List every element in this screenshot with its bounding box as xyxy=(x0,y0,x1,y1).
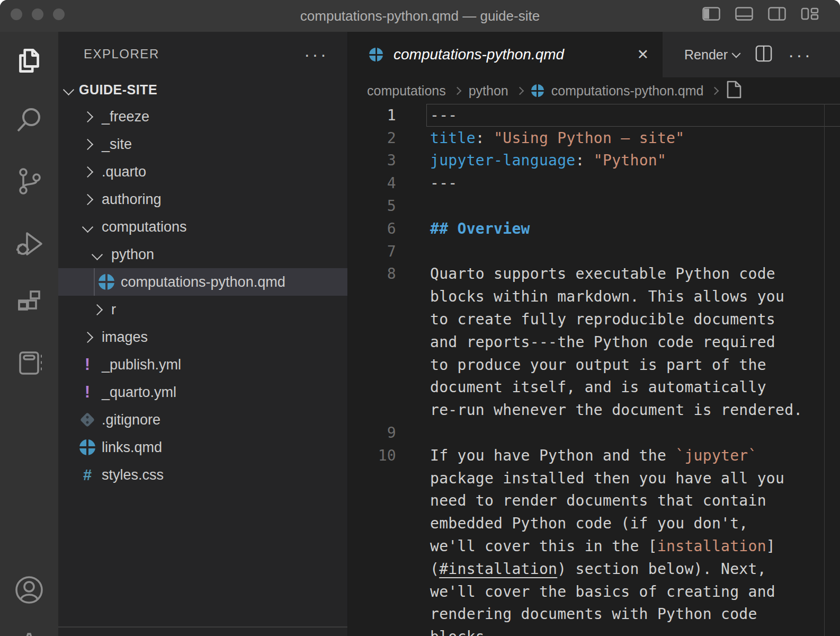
tree-root-guide-site[interactable]: GUIDE-SITE xyxy=(58,77,347,102)
line-number: 1 xyxy=(348,107,396,124)
chevron-down-icon xyxy=(82,221,93,232)
folder-chevron xyxy=(79,190,95,208)
code-line[interactable]: embedded Python code (if you don't, xyxy=(348,512,840,535)
chevron-down-icon xyxy=(732,49,741,58)
toggle-panel-icon[interactable] xyxy=(735,7,753,21)
code-line[interactable]: 5 xyxy=(348,195,840,217)
search-icon[interactable] xyxy=(0,106,58,135)
more-actions-icon[interactable]: ··· xyxy=(788,49,812,60)
source-control-icon[interactable] xyxy=(0,166,58,196)
code-line[interactable]: 1--- xyxy=(348,104,840,127)
code-line[interactable]: blocks. xyxy=(348,625,840,636)
folder-chevron xyxy=(79,108,95,126)
code-line[interactable]: 9 xyxy=(348,421,840,444)
extensions-icon[interactable] xyxy=(0,287,58,317)
line-number: 7 xyxy=(348,243,396,260)
tree-item-links-qmd[interactable]: links.qmd xyxy=(58,434,347,461)
code-line[interactable]: 4--- xyxy=(348,172,840,195)
code-line[interactable]: and reports---the Python code required xyxy=(348,331,840,354)
tree-item-label: r xyxy=(111,302,116,318)
sidebar-header: EXPLORER ··· xyxy=(84,42,332,66)
tree-item-images[interactable]: images xyxy=(58,323,347,351)
notebook-icon[interactable] xyxy=(0,348,58,378)
tree-item--site[interactable]: _site xyxy=(58,130,347,158)
code-text: jupyter-language: "Python" xyxy=(396,152,666,169)
tree-item-label: python xyxy=(111,246,154,263)
zoom-window-button[interactable] xyxy=(53,8,65,20)
code-line[interactable]: need to render documents that contain xyxy=(348,490,840,513)
tree-item-label: _freeze xyxy=(102,109,149,125)
breadcrumb-item-python[interactable]: python xyxy=(469,83,508,99)
vscode-window: computations-python.qmd — guide-site xyxy=(0,0,840,636)
tree-item-label: _site xyxy=(102,136,132,153)
code-text: --- xyxy=(396,174,457,192)
tree-item-r[interactable]: r xyxy=(58,296,347,323)
code-line[interactable]: 10If you have Python and the `jupyter` xyxy=(348,444,840,467)
outline-section: OUTLINE xyxy=(58,626,347,636)
code-line[interactable]: rendering documents with Python code xyxy=(348,603,840,626)
line-number: 10 xyxy=(348,447,396,464)
close-tab-icon[interactable]: ✕ xyxy=(637,48,649,62)
render-button[interactable]: Render xyxy=(684,47,739,63)
close-window-button[interactable] xyxy=(11,8,22,20)
explorer-icon[interactable] xyxy=(0,46,58,77)
code-text: re-run whenever the document is rendered… xyxy=(396,401,802,419)
line-number: 6 xyxy=(348,220,396,237)
tree-item-computations[interactable]: computations xyxy=(58,213,347,241)
breadcrumb-item-file[interactable]: computations-python.qmd xyxy=(551,83,704,99)
code-text: If you have Python and the `jupyter` xyxy=(396,447,757,464)
chevron-down-icon xyxy=(63,84,74,95)
code-line[interactable]: to create fully reproducible documents xyxy=(348,308,840,331)
tree-item--quarto[interactable]: .quarto xyxy=(58,158,347,186)
minimize-window-button[interactable] xyxy=(32,8,43,20)
code-line[interactable]: 8Quarto supports executable Python code xyxy=(348,263,840,286)
quarto-file-icon xyxy=(79,439,95,455)
tree-item--gitignore[interactable]: .gitignore xyxy=(58,406,347,434)
sidebar-more-actions-icon[interactable]: ··· xyxy=(304,49,328,59)
code-line[interactable]: re-run whenever the document is rendered… xyxy=(348,399,840,421)
tree-item--quarto-yml[interactable]: !_quarto.yml xyxy=(58,378,347,406)
code-line[interactable]: 2title: "Using Python — site" xyxy=(348,127,840,149)
split-editor-icon[interactable] xyxy=(755,45,772,64)
code-text: to create fully reproducible documents xyxy=(396,311,775,328)
activity-bar xyxy=(0,32,58,636)
chevron-down-icon xyxy=(91,249,102,260)
tree-item-authoring[interactable]: authoring xyxy=(58,186,347,213)
folder-chevron xyxy=(79,218,95,236)
tree-item-label: links.qmd xyxy=(102,439,162,456)
render-label: Render xyxy=(684,47,728,63)
tab-label: computations-python.qmd xyxy=(394,46,564,63)
code-line[interactable]: blocks within markdown. This allows you xyxy=(348,285,840,308)
code-line[interactable]: (#installation) section below). Next, xyxy=(348,558,840,580)
tab-computations-python[interactable]: computations-python.qmd ✕ xyxy=(348,32,663,77)
folder-chevron xyxy=(89,301,105,319)
code-editor[interactable]: 1---2title: "Using Python — site"3jupyte… xyxy=(348,104,840,636)
customize-layout-icon[interactable] xyxy=(801,7,819,21)
toggle-secondary-sidebar-icon[interactable] xyxy=(768,7,786,21)
code-line[interactable]: to produce your output is part of the xyxy=(348,354,840,376)
tree-item--freeze[interactable]: _freeze xyxy=(58,103,347,130)
code-line[interactable]: 3jupyter-language: "Python" xyxy=(348,149,840,172)
settings-gear-icon[interactable] xyxy=(0,633,58,636)
line-number: 3 xyxy=(348,152,396,169)
tree-item-styles-css[interactable]: #styles.css xyxy=(58,461,347,489)
code-line[interactable]: we'll cover the basics of creating and xyxy=(348,580,840,603)
code-line[interactable]: document itself, and is automatically xyxy=(348,376,840,399)
tree-item-label: .quarto xyxy=(102,164,146,180)
tree-item--publish-yml[interactable]: !_publish.yml xyxy=(58,351,347,378)
document-symbol-icon xyxy=(726,81,742,101)
code-line[interactable]: package installed then you have all you xyxy=(348,467,840,490)
code-line[interactable]: we'll cover this in the [installation] xyxy=(348,535,840,558)
code-line[interactable]: 7 xyxy=(348,240,840,263)
toggle-primary-sidebar-icon[interactable] xyxy=(702,7,720,21)
editor-actions: Render ··· xyxy=(684,32,840,77)
tree-item-label: images xyxy=(102,329,148,346)
outline-header[interactable]: OUTLINE xyxy=(58,628,347,636)
tree-item-python[interactable]: python xyxy=(58,241,347,268)
run-and-debug-icon[interactable] xyxy=(0,228,58,259)
code-line[interactable]: 6## Overview xyxy=(348,217,840,240)
account-icon[interactable] xyxy=(0,575,58,605)
code-text: blocks within markdown. This allows you xyxy=(396,288,784,305)
breadcrumb-item-computations[interactable]: computations xyxy=(367,83,446,99)
tree-item-computations-python-qmd[interactable]: computations-python.qmd xyxy=(58,268,347,296)
